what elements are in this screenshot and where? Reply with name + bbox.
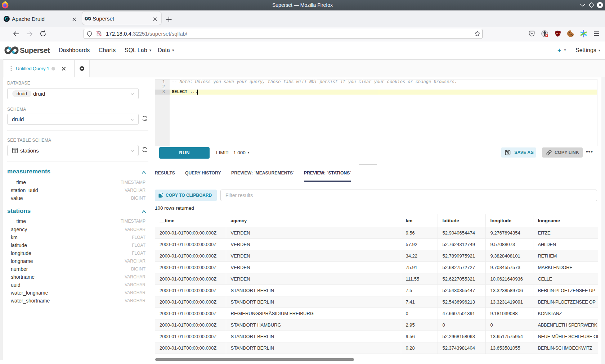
svg-text:UO: UO [556,32,559,35]
